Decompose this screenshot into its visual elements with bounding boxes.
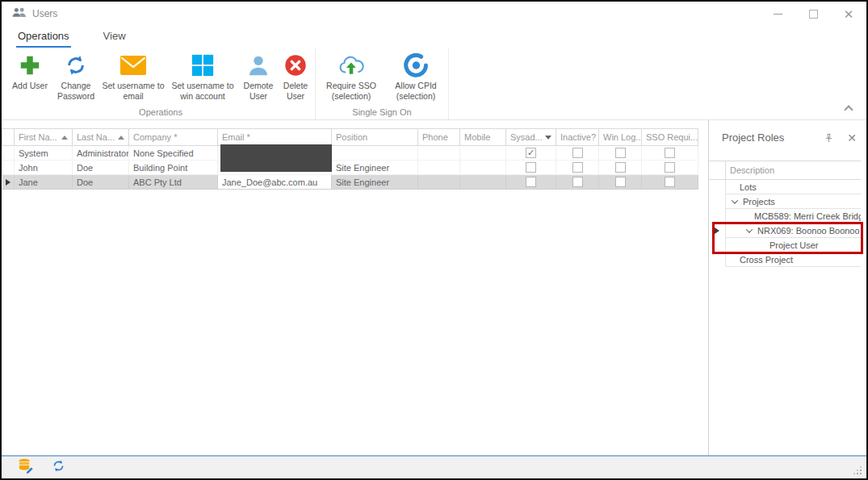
ribbon-group-single-sign-on: Require SSO (selection) Allow CPId (sele…: [316, 48, 449, 119]
grid-header-row: First Na... Last Na... Company * Email *…: [2, 128, 698, 146]
delete-user-button[interactable]: Delete User: [278, 49, 313, 101]
ribbon-tab-row: Operations View: [2, 26, 866, 48]
row-indicator-cell: [2, 175, 15, 190]
chevron-down-icon[interactable]: [746, 226, 753, 232]
close-icon: ✕: [844, 8, 854, 20]
tree-item-project-user[interactable]: Project User: [709, 238, 861, 253]
col-header-sso-required[interactable]: SSO Requi...: [642, 129, 698, 145]
current-row-arrow-icon: [715, 227, 719, 234]
sort-asc-icon: [61, 136, 68, 140]
project-roles-tree: Lots Projects MCB589: Merri Creek Bridge…: [709, 180, 861, 267]
col-header-mobile[interactable]: Mobile: [460, 129, 506, 145]
maximize-button[interactable]: [795, 2, 831, 26]
tree-item-nrx069[interactable]: NRX069: Boonoo Boonoo Br...: [709, 223, 861, 238]
cloud-upload-icon: [338, 52, 364, 78]
status-bar: [2, 455, 866, 478]
win-logon-checkbox[interactable]: [615, 148, 626, 158]
tree-item-cross-project[interactable]: Cross Project: [709, 253, 861, 267]
col-header-position[interactable]: Position: [332, 129, 418, 145]
add-user-button[interactable]: Add User: [8, 49, 52, 91]
windows-logo-icon: [190, 52, 216, 78]
sso-required-checkbox[interactable]: [665, 162, 675, 173]
tree-item-projects[interactable]: Projects: [709, 194, 861, 209]
chevron-down-icon[interactable]: [732, 197, 738, 203]
col-header-last-name[interactable]: Last Na...: [73, 129, 129, 145]
sysadmin-checkbox[interactable]: [526, 177, 536, 187]
tab-view[interactable]: View: [102, 26, 128, 48]
sysadmin-checkbox[interactable]: [526, 162, 536, 173]
col-header-inactive[interactable]: Inactive?: [556, 129, 599, 145]
change-password-refresh-icon: [63, 52, 89, 78]
minimize-icon: [774, 14, 782, 15]
ribbon-group-operations: Add User Change Password: [6, 48, 316, 119]
allow-cpid-button[interactable]: Allow CPId (selection): [385, 49, 447, 101]
tab-operations[interactable]: Operations: [16, 26, 71, 48]
ribbon-group-label-single-sign-on: Single Sign On: [317, 106, 447, 119]
current-row-arrow-icon: [6, 179, 10, 186]
delete-cross-icon: [283, 52, 308, 78]
col-header-win-logon[interactable]: Win Log...: [599, 129, 642, 145]
users-window: Users ✕ Operations View Add User: [0, 0, 868, 480]
table-row-system[interactable]: System Administrator None Specified: [2, 146, 698, 161]
panel-title: Project Roles: [722, 131, 784, 144]
inactive-checkbox[interactable]: [572, 162, 583, 173]
table-row-jane-selected[interactable]: Jane Doe ABC Pty Ltd Jane_Doe@abc.com.au…: [2, 175, 698, 190]
ribbon-group-label-operations: Operations: [8, 106, 313, 119]
email-envelope-icon: [120, 52, 146, 78]
panel-close-icon[interactable]: ✕: [847, 132, 857, 144]
sort-asc-icon: [118, 136, 124, 140]
set-username-to-win-account-button[interactable]: Set username to win account: [166, 49, 239, 101]
person-icon: [245, 52, 271, 78]
description-column-header: Description: [726, 161, 861, 179]
row-indicator-cell: [2, 146, 15, 161]
change-password-button[interactable]: Change Password: [52, 49, 100, 101]
ribbon-collapse-chevron-icon[interactable]: [844, 105, 853, 114]
sso-required-checkbox[interactable]: [665, 177, 675, 187]
col-header-company[interactable]: Company *: [129, 129, 218, 145]
tree-item-lots[interactable]: Lots: [709, 180, 861, 194]
ribbon: Add User Change Password: [2, 48, 866, 120]
project-roles-panel: Project Roles ✕ Description Lots: [708, 120, 866, 455]
users-icon: [12, 6, 27, 21]
col-header-email[interactable]: Email *: [218, 129, 332, 145]
col-header-first-name[interactable]: First Na...: [15, 129, 73, 145]
users-grid: First Na... Last Na... Company * Email *…: [2, 120, 708, 455]
inactive-checkbox[interactable]: [572, 177, 583, 187]
maximize-icon: [809, 10, 818, 19]
col-header-phone[interactable]: Phone: [418, 129, 460, 145]
resize-grip[interactable]: [860, 473, 862, 474]
win-logon-checkbox[interactable]: [615, 177, 626, 187]
filter-dropdown-icon[interactable]: [545, 136, 551, 140]
title-bar: Users ✕: [2, 2, 866, 26]
cpid-icon: [403, 52, 429, 78]
sso-required-checkbox[interactable]: [665, 148, 675, 158]
demote-user-button[interactable]: Demote User: [239, 49, 278, 101]
require-sso-button[interactable]: Require SSO (selection): [317, 49, 385, 101]
email-redaction-box: [220, 144, 332, 172]
tree-item-mcb589[interactable]: MCB589: Merri Creek Bridge: [709, 209, 861, 223]
close-button[interactable]: ✕: [831, 2, 866, 26]
minimize-button[interactable]: [760, 2, 795, 26]
window-title: Users: [32, 8, 57, 19]
pin-icon[interactable]: [824, 133, 833, 143]
win-logon-checkbox[interactable]: [615, 162, 626, 173]
col-header-sysadmin[interactable]: Sysad...: [506, 129, 556, 145]
inactive-checkbox[interactable]: [572, 148, 583, 158]
add-user-plus-icon: [17, 52, 43, 78]
sysadmin-checkbox[interactable]: [526, 148, 536, 158]
refresh-icon[interactable]: [52, 459, 65, 476]
header-row-indicator: [2, 129, 15, 145]
email-cell: Jane_Doe@abc.com.au: [218, 175, 332, 190]
row-indicator-cell: [2, 161, 15, 175]
tree-column-header[interactable]: Description: [709, 161, 861, 180]
table-row-john[interactable]: John Doe Building Point Site Engineer: [2, 161, 698, 175]
set-username-to-email-button[interactable]: Set username to email: [100, 49, 166, 101]
database-edit-icon[interactable]: [18, 458, 34, 477]
